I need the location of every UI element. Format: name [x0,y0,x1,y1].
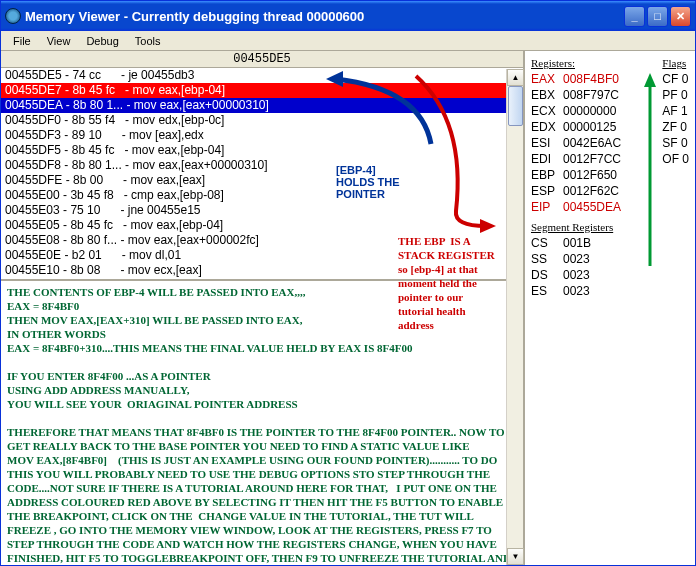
titlebar[interactable]: Memory Viewer - Currently debugging thre… [1,1,695,31]
menu-debug[interactable]: Debug [78,33,126,49]
memory-viewer-window: Memory Viewer - Currently debugging thre… [0,0,696,566]
disasm-row[interactable]: 00455E10 - 8b 08 - mov ecx,[eax] [1,263,523,278]
flag-row: PF 0 [662,87,689,103]
disasm-row[interactable]: 00455E12 - ff 51 64 - call dword ptr [ec… [1,278,523,279]
disasm-row[interactable]: 00455E08 - 8b 80 f... - mov eax,[eax+000… [1,233,523,248]
minimize-button[interactable]: _ [624,6,645,27]
content-area: 00455DE5 00455DE5 - 74 cc - je 00455db30… [1,51,695,565]
menubar: File View Debug Tools [1,31,695,51]
disasm-row[interactable]: 00455DF8 - 8b 80 1... - mov eax,[eax+000… [1,158,523,173]
segments-header: Segment Registers [531,219,689,235]
disasm-row[interactable]: 00455E0E - b2 01 - mov dl,01 [1,248,523,263]
close-button[interactable]: ✕ [670,6,691,27]
menu-file[interactable]: File [5,33,39,49]
segment-row: SS0023 [531,251,689,267]
register-row[interactable]: ESP0012F62C [531,183,689,199]
flag-row: AF 1 [662,103,689,119]
flag-list: CF 0PF 0AF 1ZF 0SF 0OF 0 [662,71,689,167]
flag-row: ZF 0 [662,119,689,135]
disasm-row[interactable]: 00455E00 - 3b 45 f8 - cmp eax,[ebp-08] [1,188,523,203]
address-header: 00455DE5 [1,51,523,68]
segment-row: CS001B [531,235,689,251]
flag-row: SF 0 [662,135,689,151]
segment-row: DS0023 [531,267,689,283]
disasm-row[interactable]: 00455DEA - 8b 80 1... - mov eax,[eax+000… [1,98,523,113]
flag-row: CF 0 [662,71,689,87]
notes-pane[interactable]: THE CONTENTS OF EBP-4 WILL BE PASSED INT… [1,279,523,565]
disasm-row[interactable]: 00455DF3 - 89 10 - mov [eax],edx [1,128,523,143]
segment-list: CS001BSS0023DS0023ES0023 [531,235,689,299]
segment-row: ES0023 [531,283,689,299]
disasm-row[interactable]: 00455DE7 - 8b 45 fc - mov eax,[ebp-04] [1,83,523,98]
vertical-scrollbar[interactable]: ▲ ▼ [506,69,523,565]
disasm-row[interactable]: 00455DFE - 8b 00 - mov eax,[eax] [1,173,523,188]
disasm-row[interactable]: 00455E05 - 8b 45 fc - mov eax,[ebp-04] [1,218,523,233]
disassembly-view[interactable]: 00455DE5 - 74 cc - je 00455db300455DE7 -… [1,68,523,279]
scroll-down-button[interactable]: ▼ [507,548,524,565]
window-title: Memory Viewer - Currently debugging thre… [25,9,624,24]
menu-view[interactable]: View [39,33,79,49]
disasm-row[interactable]: 00455DF0 - 8b 55 f4 - mov edx,[ebp-0c] [1,113,523,128]
maximize-button[interactable]: □ [647,6,668,27]
disasm-row[interactable]: 00455E03 - 75 10 - jne 00455e15 [1,203,523,218]
disasm-row[interactable]: 00455DF5 - 8b 45 fc - mov eax,[ebp-04] [1,143,523,158]
flag-row: OF 0 [662,151,689,167]
registers-panel: Registers: EAX008F4BF0EBX008F797CECX0000… [525,51,695,565]
scroll-up-button[interactable]: ▲ [507,69,524,86]
flags-header: Flags [662,55,689,71]
left-panel: 00455DE5 00455DE5 - 74 cc - je 00455db30… [1,51,525,565]
flags-column: Flags CF 0PF 0AF 1ZF 0SF 0OF 0 [662,55,689,167]
app-icon [5,8,21,24]
scroll-thumb[interactable] [508,86,523,126]
menu-tools[interactable]: Tools [127,33,169,49]
disasm-row[interactable]: 00455DE5 - 74 cc - je 00455db3 [1,68,523,83]
register-row[interactable]: EIP00455DEA [531,199,689,215]
window-controls: _ □ ✕ [624,6,691,27]
register-row[interactable]: EBP0012F650 [531,167,689,183]
